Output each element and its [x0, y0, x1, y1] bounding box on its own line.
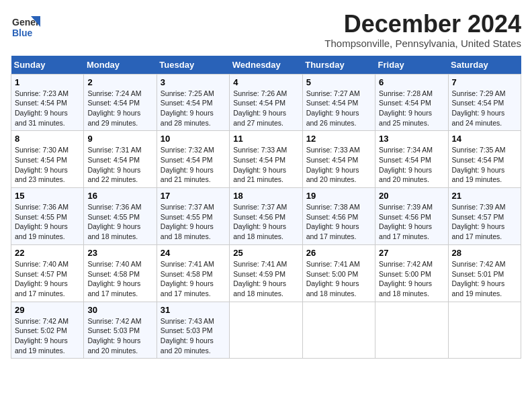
calendar-cell: 18Sunrise: 7:37 AMSunset: 4:56 PMDayligh…	[230, 188, 302, 245]
day-detail: Sunrise: 7:35 AMSunset: 4:54 PMDaylight:…	[452, 145, 517, 185]
day-number: 10	[161, 134, 226, 144]
day-number: 27	[379, 248, 444, 258]
day-number: 31	[161, 305, 226, 315]
day-number: 7	[452, 77, 517, 87]
calendar-cell	[302, 302, 375, 359]
calendar-week-5: 29Sunrise: 7:42 AMSunset: 5:02 PMDayligh…	[11, 302, 521, 359]
svg-text:Blue: Blue	[12, 28, 33, 38]
calendar-cell: 4Sunrise: 7:26 AMSunset: 4:54 PMDaylight…	[230, 74, 302, 131]
day-detail: Sunrise: 7:36 AMSunset: 4:55 PMDaylight:…	[15, 202, 80, 242]
day-number: 21	[452, 191, 517, 201]
calendar-cell: 17Sunrise: 7:37 AMSunset: 4:55 PMDayligh…	[157, 188, 229, 245]
day-number: 15	[15, 191, 80, 201]
weekday-header-row: SundayMondayTuesdayWednesdayThursdayFrid…	[11, 56, 521, 75]
day-detail: Sunrise: 7:24 AMSunset: 4:54 PMDaylight:…	[87, 89, 152, 128]
calendar-week-4: 22Sunrise: 7:40 AMSunset: 4:57 PMDayligh…	[11, 244, 521, 302]
weekday-header-friday: Friday	[375, 56, 448, 75]
calendar-cell: 3Sunrise: 7:25 AMSunset: 4:54 PMDaylight…	[157, 74, 229, 131]
weekday-header-saturday: Saturday	[448, 56, 521, 75]
weekday-header-wednesday: Wednesday	[230, 56, 302, 75]
calendar-cell	[230, 302, 302, 359]
day-number: 9	[87, 134, 152, 144]
day-detail: Sunrise: 7:41 AMSunset: 4:58 PMDaylight:…	[161, 259, 226, 299]
calendar-cell: 14Sunrise: 7:35 AMSunset: 4:54 PMDayligh…	[448, 131, 521, 188]
calendar-cell: 25Sunrise: 7:41 AMSunset: 4:59 PMDayligh…	[230, 244, 302, 302]
day-number: 29	[15, 305, 80, 315]
day-number: 14	[452, 134, 517, 144]
day-detail: Sunrise: 7:23 AMSunset: 4:54 PMDaylight:…	[15, 89, 80, 128]
day-detail: Sunrise: 7:31 AMSunset: 4:54 PMDaylight:…	[87, 145, 152, 185]
weekday-header-monday: Monday	[84, 56, 157, 75]
calendar-cell: 2Sunrise: 7:24 AMSunset: 4:54 PMDaylight…	[84, 74, 157, 131]
day-number: 24	[161, 248, 226, 258]
day-detail: Sunrise: 7:41 AMSunset: 5:00 PMDaylight:…	[306, 259, 371, 299]
calendar-cell: 1Sunrise: 7:23 AMSunset: 4:54 PMDaylight…	[11, 74, 84, 131]
page-header: General Blue December 2024 Thompsonville…	[11, 11, 521, 49]
calendar-cell: 23Sunrise: 7:40 AMSunset: 4:58 PMDayligh…	[84, 244, 157, 302]
day-number: 11	[233, 134, 298, 144]
day-number: 16	[87, 191, 152, 201]
calendar-cell: 9Sunrise: 7:31 AMSunset: 4:54 PMDaylight…	[84, 131, 157, 188]
title-block: December 2024 Thompsonville, Pennsylvani…	[324, 11, 521, 49]
day-detail: Sunrise: 7:42 AMSunset: 5:00 PMDaylight:…	[379, 259, 444, 299]
day-detail: Sunrise: 7:42 AMSunset: 5:01 PMDaylight:…	[452, 259, 517, 299]
day-detail: Sunrise: 7:39 AMSunset: 4:57 PMDaylight:…	[452, 202, 517, 242]
day-detail: Sunrise: 7:33 AMSunset: 4:54 PMDaylight:…	[233, 145, 298, 185]
calendar-week-3: 15Sunrise: 7:36 AMSunset: 4:55 PMDayligh…	[11, 188, 521, 245]
calendar-table: SundayMondayTuesdayWednesdayThursdayFrid…	[11, 56, 521, 359]
day-number: 1	[15, 77, 80, 87]
day-detail: Sunrise: 7:37 AMSunset: 4:56 PMDaylight:…	[233, 202, 298, 242]
day-detail: Sunrise: 7:30 AMSunset: 4:54 PMDaylight:…	[15, 145, 80, 185]
day-detail: Sunrise: 7:29 AMSunset: 4:54 PMDaylight:…	[452, 89, 517, 128]
calendar-cell	[448, 302, 521, 359]
calendar-cell: 13Sunrise: 7:34 AMSunset: 4:54 PMDayligh…	[375, 131, 448, 188]
calendar-cell: 11Sunrise: 7:33 AMSunset: 4:54 PMDayligh…	[230, 131, 302, 188]
day-detail: Sunrise: 7:37 AMSunset: 4:55 PMDaylight:…	[161, 202, 226, 242]
day-number: 25	[233, 248, 298, 258]
month-title: December 2024	[324, 11, 521, 38]
calendar-cell: 5Sunrise: 7:27 AMSunset: 4:54 PMDaylight…	[302, 74, 375, 131]
calendar-cell: 30Sunrise: 7:42 AMSunset: 5:03 PMDayligh…	[84, 302, 157, 359]
calendar-cell: 12Sunrise: 7:33 AMSunset: 4:54 PMDayligh…	[302, 131, 375, 188]
day-detail: Sunrise: 7:28 AMSunset: 4:54 PMDaylight:…	[379, 89, 444, 128]
calendar-cell: 24Sunrise: 7:41 AMSunset: 4:58 PMDayligh…	[157, 244, 229, 302]
day-number: 23	[87, 248, 152, 258]
day-number: 30	[87, 305, 152, 315]
day-number: 6	[379, 77, 444, 87]
day-number: 12	[306, 134, 371, 144]
calendar-cell: 27Sunrise: 7:42 AMSunset: 5:00 PMDayligh…	[375, 244, 448, 302]
day-detail: Sunrise: 7:25 AMSunset: 4:54 PMDaylight:…	[161, 89, 226, 128]
calendar-cell: 10Sunrise: 7:32 AMSunset: 4:54 PMDayligh…	[157, 131, 229, 188]
day-detail: Sunrise: 7:42 AMSunset: 5:03 PMDaylight:…	[87, 316, 152, 356]
calendar-cell: 19Sunrise: 7:38 AMSunset: 4:56 PMDayligh…	[302, 188, 375, 245]
day-number: 20	[379, 191, 444, 201]
calendar-week-2: 8Sunrise: 7:30 AMSunset: 4:54 PMDaylight…	[11, 131, 521, 188]
day-detail: Sunrise: 7:43 AMSunset: 5:03 PMDaylight:…	[161, 316, 226, 356]
day-number: 4	[233, 77, 298, 87]
calendar-cell: 15Sunrise: 7:36 AMSunset: 4:55 PMDayligh…	[11, 188, 84, 245]
calendar-cell: 28Sunrise: 7:42 AMSunset: 5:01 PMDayligh…	[448, 244, 521, 302]
calendar-cell: 29Sunrise: 7:42 AMSunset: 5:02 PMDayligh…	[11, 302, 84, 359]
day-number: 19	[306, 191, 371, 201]
calendar-cell: 20Sunrise: 7:39 AMSunset: 4:56 PMDayligh…	[375, 188, 448, 245]
day-number: 13	[379, 134, 444, 144]
calendar-week-1: 1Sunrise: 7:23 AMSunset: 4:54 PMDaylight…	[11, 74, 521, 131]
calendar-cell: 16Sunrise: 7:36 AMSunset: 4:55 PMDayligh…	[84, 188, 157, 245]
calendar-cell: 8Sunrise: 7:30 AMSunset: 4:54 PMDaylight…	[11, 131, 84, 188]
calendar-cell: 31Sunrise: 7:43 AMSunset: 5:03 PMDayligh…	[157, 302, 229, 359]
day-detail: Sunrise: 7:42 AMSunset: 5:02 PMDaylight:…	[15, 316, 80, 356]
location-title: Thompsonville, Pennsylvania, United Stat…	[324, 38, 521, 49]
day-number: 28	[452, 248, 517, 258]
day-detail: Sunrise: 7:27 AMSunset: 4:54 PMDaylight:…	[306, 89, 371, 128]
day-number: 8	[15, 134, 80, 144]
weekday-header-tuesday: Tuesday	[157, 56, 229, 75]
day-number: 17	[161, 191, 226, 201]
day-detail: Sunrise: 7:32 AMSunset: 4:54 PMDaylight:…	[161, 145, 226, 185]
logo-icon: General Blue	[11, 11, 40, 40]
day-number: 26	[306, 248, 371, 258]
calendar-cell	[375, 302, 448, 359]
day-detail: Sunrise: 7:38 AMSunset: 4:56 PMDaylight:…	[306, 202, 371, 242]
day-detail: Sunrise: 7:33 AMSunset: 4:54 PMDaylight:…	[306, 145, 371, 185]
day-detail: Sunrise: 7:41 AMSunset: 4:59 PMDaylight:…	[233, 259, 298, 299]
day-detail: Sunrise: 7:40 AMSunset: 4:58 PMDaylight:…	[87, 259, 152, 299]
